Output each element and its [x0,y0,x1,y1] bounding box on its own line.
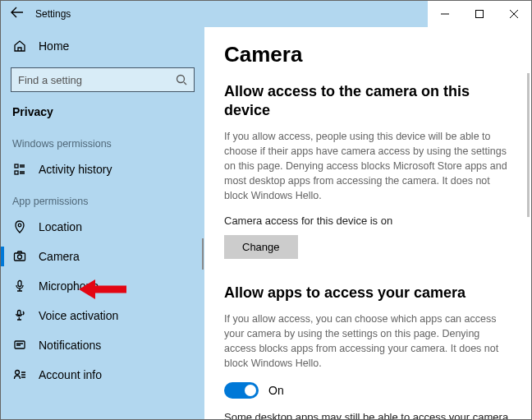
toggle-track [224,382,259,399]
back-icon[interactable] [11,6,24,22]
close-button[interactable] [497,1,531,27]
sidebar-item-label: Account info [39,368,102,381]
microphone-icon [12,279,27,293]
svg-point-1 [177,76,185,83]
sidebar-item-label: Notifications [39,339,101,352]
section-description: If you allow access, you can choose whic… [224,312,511,372]
sidebar-item-label: Activity history [39,163,112,176]
history-icon [12,162,27,177]
sidebar-item-microphone[interactable]: Microphone [1,271,204,301]
svg-point-10 [16,371,20,375]
sidebar-item-notifications[interactable]: Notifications [1,330,204,360]
sidebar: Home Privacy Windows permissions Activit… [1,27,204,419]
svg-rect-2 [15,164,18,168]
sidebar-header: Privacy [1,100,204,127]
section-app-permissions: App permissions [1,184,204,212]
sidebar-item-label: Location [39,220,82,233]
main-panel: Camera Allow access to the camera on thi… [204,27,531,419]
apps-access-toggle[interactable]: On [224,382,511,399]
sidebar-scrollbar[interactable] [202,238,204,270]
page-title: Camera [224,42,511,67]
svg-rect-0 [476,11,484,18]
main-scrollbar[interactable] [527,73,530,217]
window-title: Settings [35,8,71,20]
home-icon [12,39,27,53]
sidebar-item-camera[interactable]: Camera [1,242,204,271]
notifications-icon [12,338,27,353]
camera-icon [12,249,27,264]
change-button[interactable]: Change [224,235,298,259]
sidebar-item-label: Microphone [39,279,99,293]
sidebar-item-activity[interactable]: Activity history [1,155,204,184]
svg-rect-8 [18,311,21,316]
toggle-label: On [268,384,284,397]
section-heading: Allow apps to access your camera [224,284,511,302]
section-windows-permissions: Windows permissions [1,127,204,155]
minimize-button[interactable] [428,1,462,27]
titlebar: Settings [1,1,531,27]
sidebar-item-voice[interactable]: Voice activation [1,301,204,330]
sidebar-item-label: Camera [39,250,80,263]
svg-point-6 [18,255,22,259]
sidebar-item-label: Voice activation [39,309,118,322]
sidebar-item-location[interactable]: Location [1,212,204,242]
location-icon [12,219,27,234]
svg-rect-3 [15,171,18,174]
section-description: If you allow access, people using this d… [224,129,511,204]
svg-rect-7 [18,281,21,287]
camera-access-status: Camera access for this device is on [224,215,511,227]
search-icon [176,74,187,85]
search-field[interactable] [18,74,176,86]
sidebar-item-account[interactable]: Account info [1,360,204,390]
desktop-apps-note: Some desktop apps may still be able to a… [224,410,511,419]
search-input[interactable] [11,67,195,92]
maximize-button[interactable] [462,1,497,27]
svg-point-4 [18,224,21,227]
voice-icon [12,308,27,323]
sidebar-item-label: Home [39,39,69,53]
section-heading: Allow access to the camera on this devic… [224,82,511,121]
sidebar-home[interactable]: Home [1,34,204,61]
account-icon [12,367,27,382]
